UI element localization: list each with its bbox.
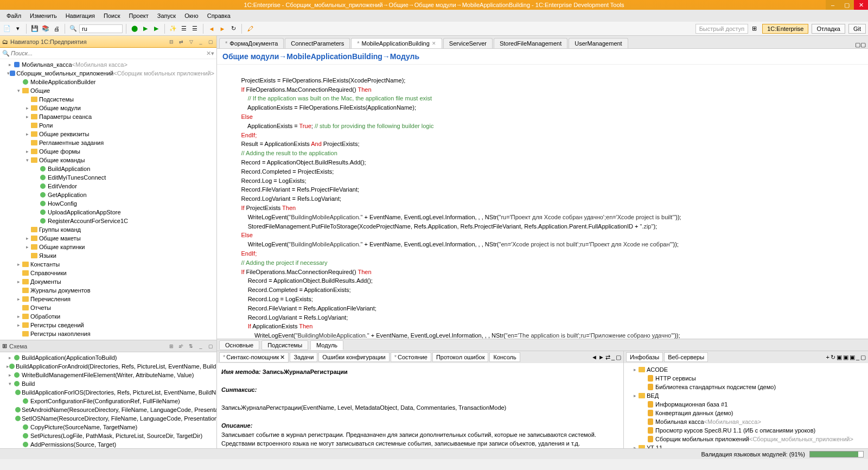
close-button[interactable]: ✕ bbox=[854, 0, 868, 10]
menu-search[interactable]: Поиск bbox=[99, 11, 124, 20]
infobase-item[interactable]: ▸УТ 11 bbox=[625, 443, 867, 448]
tree-item[interactable]: ▸Общие модули bbox=[0, 104, 216, 112]
expand-icon[interactable]: ▾ bbox=[24, 157, 30, 163]
sort-icon[interactable]: ⊞ bbox=[168, 342, 175, 350]
infobase-item[interactable]: HTTP сервисы bbox=[625, 374, 867, 383]
scheme-item[interactable]: SetIOSName(ResourceDirectory, FileName, … bbox=[0, 414, 216, 423]
tree-item[interactable]: Группы команд bbox=[0, 225, 216, 234]
max-icon[interactable]: ▢ bbox=[616, 354, 621, 361]
tab-status[interactable]: *Состояние bbox=[391, 352, 431, 362]
infobase-item[interactable]: Библиотека стандартных подсистем (демо) bbox=[625, 383, 867, 391]
wand-icon[interactable]: ✨ bbox=[168, 24, 178, 34]
perspective-1c[interactable]: 1C:Enterprise bbox=[762, 24, 808, 34]
search-icon[interactable]: 🔍 bbox=[68, 24, 78, 34]
tree-item[interactable]: Регистры накопления bbox=[0, 329, 216, 338]
tree-item[interactable]: ▸Регистры сведений bbox=[0, 321, 216, 329]
link-icon[interactable]: ⇄ bbox=[177, 38, 185, 46]
forward-icon[interactable]: ► bbox=[598, 354, 604, 360]
expand-icon[interactable]: ▸ bbox=[7, 62, 13, 67]
refresh-icon[interactable]: ↻ bbox=[831, 354, 835, 361]
list2-icon[interactable]: ☰ bbox=[190, 24, 200, 34]
infobase-item[interactable]: Сборщик мобильных приложений <Сборщик_мо… bbox=[625, 435, 867, 443]
expand-icon[interactable]: ▸ bbox=[15, 279, 22, 284]
tab-console[interactable]: Консоль bbox=[489, 352, 520, 362]
tree-item[interactable]: UploadApplicationAppStore bbox=[0, 208, 216, 217]
tree-item[interactable]: Подсистемы bbox=[0, 95, 216, 104]
save-button[interactable]: 💾 bbox=[30, 24, 40, 34]
editor-tab[interactable]: *MobileApplicationBuilding ✕ bbox=[351, 38, 442, 48]
scheme-item[interactable]: BuildApplicationForIOS(Directories, Refs… bbox=[0, 388, 216, 397]
expand-icon[interactable]: ▸ bbox=[15, 314, 22, 319]
tree-item[interactable]: RegisterAccountForService1C bbox=[0, 217, 216, 225]
az-icon[interactable]: aᵇ bbox=[177, 342, 185, 350]
menu-project[interactable]: Проект bbox=[125, 11, 153, 20]
max-icon[interactable]: ▢ bbox=[207, 342, 214, 350]
tool2-icon[interactable]: ▣ bbox=[843, 354, 848, 361]
clear-icon[interactable]: ✕ bbox=[206, 50, 211, 57]
back-icon[interactable]: ◄ bbox=[591, 354, 597, 360]
editor-tab[interactable]: StoredFileManagement bbox=[494, 38, 567, 48]
expand-icon[interactable]: ▸ bbox=[24, 105, 30, 111]
tree-item[interactable]: ▸Обработки bbox=[0, 312, 216, 321]
editor-hdr-btn[interactable]: ▢ bbox=[860, 41, 866, 48]
collapse-all-icon[interactable]: ⊟ bbox=[168, 38, 175, 46]
tool1-icon[interactable]: ▣ bbox=[837, 354, 842, 361]
debug-button[interactable]: ⬤ bbox=[130, 24, 139, 34]
min-icon[interactable]: _ bbox=[197, 38, 205, 46]
expand-icon[interactable]: ▾ bbox=[15, 88, 22, 93]
expand-icon[interactable]: ▸ bbox=[24, 244, 30, 250]
code-editor[interactable]: ProjectExists = FileOperations.FileExist… bbox=[217, 65, 868, 339]
tree-item[interactable]: Роли bbox=[0, 121, 216, 130]
tree-item[interactable]: ▸Перечисления bbox=[0, 295, 216, 303]
tree-item[interactable]: MobileApplicationBuilder bbox=[0, 78, 216, 86]
new-button[interactable]: 📄 bbox=[2, 24, 12, 34]
search-input[interactable] bbox=[10, 49, 206, 58]
scheme-item[interactable]: ▸BuildApplicationForAndroid(Directories,… bbox=[0, 362, 216, 371]
launch-button[interactable]: ▶ bbox=[151, 24, 161, 34]
print-button[interactable]: 🖨 bbox=[52, 24, 61, 34]
tree-item[interactable]: ▾Сборщик_мобильных_приложений <Сборщик м… bbox=[0, 69, 216, 78]
min-icon[interactable]: _ bbox=[611, 354, 615, 360]
link-icon[interactable]: ⇄ bbox=[605, 354, 610, 361]
scheme-item[interactable]: ExportConfigurationFile(ConfigurationRef… bbox=[0, 397, 216, 405]
editor-tab[interactable]: ServiceServer bbox=[443, 38, 493, 48]
infobase-item[interactable]: Мобильная касса <Мобильная_касса> bbox=[625, 417, 867, 426]
scheme-item[interactable]: SetAndroidName(ResourceDirectory, FileNa… bbox=[0, 405, 216, 414]
tree-item[interactable]: EditVendor bbox=[0, 182, 216, 190]
infobase-item[interactable]: Просмотр курсов Spec8.RU 1.1 (ИБ с описа… bbox=[625, 426, 867, 435]
tree-item[interactable]: Журналы документов bbox=[0, 286, 216, 295]
dropdown-icon[interactable]: ▾ bbox=[211, 50, 214, 57]
tree-item[interactable]: ▸Документы bbox=[0, 277, 216, 286]
expand-icon[interactable]: ▸ bbox=[15, 262, 22, 267]
menu-run[interactable]: Запуск bbox=[153, 11, 180, 20]
tree-item[interactable]: ▸Мобильная_касса <Мобильная касса> bbox=[0, 60, 216, 69]
language-combo[interactable]: ru bbox=[79, 24, 123, 33]
tree-item[interactable]: HowConfig bbox=[0, 199, 216, 208]
perspective-icon[interactable]: ⊞ bbox=[749, 24, 759, 34]
tree-item[interactable]: ▸Общие реквизиты bbox=[0, 130, 216, 138]
add-icon[interactable]: + bbox=[826, 354, 829, 360]
menu-file[interactable]: Файл bbox=[2, 11, 25, 20]
highlighter-icon[interactable]: 🖍 bbox=[245, 24, 255, 34]
perspective-debug[interactable]: Отладка bbox=[812, 24, 845, 34]
expand-icon[interactable]: ▸ bbox=[24, 149, 30, 154]
perspective-git[interactable]: Git bbox=[848, 24, 866, 34]
tree-item[interactable]: Регламентные задания bbox=[0, 138, 216, 147]
scheme-item[interactable]: AddPermissions(Source, Target) bbox=[0, 440, 216, 448]
infobase-item[interactable]: Информационная база #1 bbox=[625, 400, 867, 409]
expand-icon[interactable]: ▸ bbox=[15, 322, 22, 328]
tree-item[interactable]: Отчеты bbox=[0, 303, 216, 312]
minimize-button[interactable]: – bbox=[826, 0, 840, 10]
editor-tab[interactable]: UserManagement bbox=[569, 38, 628, 48]
min-icon[interactable]: _ bbox=[856, 354, 859, 360]
editor-tab[interactable]: ConnectParameters bbox=[285, 38, 350, 48]
tab-webservers[interactable]: Веб-серверы bbox=[664, 352, 708, 362]
tab-config-errors[interactable]: Ошибки конфигурации bbox=[318, 352, 389, 362]
tree-item[interactable]: ▾Общие команды bbox=[0, 156, 216, 164]
max-icon[interactable]: ▢ bbox=[860, 354, 866, 361]
menu-help[interactable]: Справка bbox=[203, 11, 235, 20]
editor-hdr-btn[interactable]: ▢ bbox=[855, 41, 860, 48]
tool3-icon[interactable]: ▣ bbox=[850, 354, 855, 361]
filter-icon[interactable]: ▽ bbox=[187, 38, 195, 46]
tab-error-protocol[interactable]: Протокол ошибок bbox=[432, 352, 489, 362]
